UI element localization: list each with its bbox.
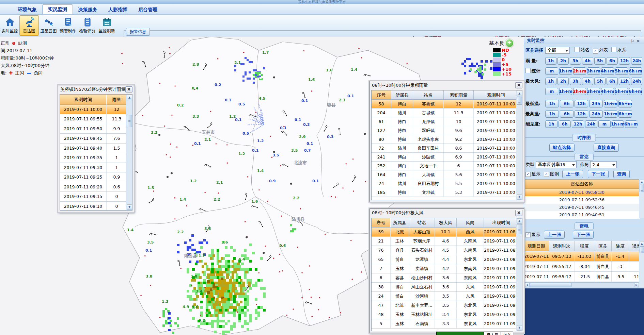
next-image-button[interactable]: 下一张 [573,231,594,239]
radar-image-row[interactable]: 2019-07-11 09:52:36 [524,196,640,204]
table-row[interactable]: 6容县松山沙田村3.6东南风2019-07-11 09:59 [372,273,522,283]
menu-tab-实况监测[interactable]: 实况监测 [42,4,73,14]
table-row[interactable]: 2019-07-11 09:351 [60,153,132,163]
period-button-1h[interactable]: 1h [545,100,559,107]
table-row[interactable]: 5玉林石南镇3.3东北风2019-07-11 09:59 [372,319,522,329]
table-row[interactable]: 2019-07-11 09:301 [60,163,132,173]
scroll-up-icon[interactable]: ▲ [127,95,132,100]
period-button-5h[interactable]: 5h [594,57,606,65]
rain-table-popup[interactable]: 08时~10时00分钟累积雨量 🗙 序号所属县站名累积雨量观测时间58博白英桥镇… [370,81,524,202]
period-button-4h[interactable]: 4h [582,57,593,65]
period-button-24h[interactable]: 24h [631,78,642,85]
table-row[interactable]: 2019-07-11 09:150 [60,192,132,202]
table-row[interactable]: 2019-07-11 09:457.6 [60,134,132,144]
scroll-thumb[interactable] [640,246,644,253]
tool-雷达图[interactable]: 雷达图 [19,15,39,36]
period-button-5h+m[interactable]: 5h+m [615,88,628,95]
column-header[interactable]: 观测时次 [549,241,575,251]
table-row[interactable]: 58博白英桥镇122019-07-11 10:00 [372,100,522,108]
pin-icon[interactable]: ⚐ [631,39,637,44]
alarm-info-button[interactable]: 报警信息 [126,28,150,36]
tab-lightning[interactable]: 雷电 [575,222,594,230]
table-row[interactable]: 72陆川良田车田村8.62019-07-11 10:00 [372,144,522,153]
scroll-thumb[interactable] [530,283,571,287]
table-row[interactable]: 2019-07-1109:57:13-11.03博白县-1.4 [524,251,644,262]
prev-image-button[interactable]: 上一张 [544,231,565,239]
period-button-12h[interactable]: 12h [575,100,588,107]
period-button-24h[interactable]: 24h [589,110,603,118]
period-button-12h[interactable]: 12h [619,57,630,65]
period-button-2h+m[interactable]: 2h+m [573,67,586,75]
table-row[interactable]: 252博白文地一中62019-07-11 10:00 [372,162,522,170]
tool-预警制作[interactable]: 预警制作 [58,15,78,36]
radar-image-row[interactable]: 2019-07-11 09:58:30 [524,189,640,196]
period-button-12h[interactable]: 12h [619,78,630,85]
period-button-3h+m[interactable]: 3h+m [587,67,600,75]
radar-image-row[interactable]: 2019-07-11 09:46:45 [524,204,640,211]
scroll-right-icon[interactable]: ▶ [634,283,639,287]
period-button-6h+m[interactable]: 6h+m [618,110,632,118]
show-checkbox[interactable] [525,232,531,237]
collapse-icon[interactable]: ✕ [637,39,642,44]
zoom-plus-button[interactable]: + [505,39,514,48]
column-header[interactable]: 累积雨量 [444,90,474,100]
scroll-thumb[interactable] [517,224,522,234]
column-header[interactable]: 陡度 [612,241,629,251]
period-button-1h+m[interactable]: 1h+m [612,120,624,128]
table-row[interactable]: 61博白龙潭镇102019-07-11 10:00 [372,117,522,126]
period-button-2h[interactable]: 2h [557,57,569,65]
table-row[interactable]: 2019-07-1109:55:17-21.5博白县-9.511 [524,272,644,282]
table-row[interactable]: 21玉林苏烟水库4.6东南风2019-07-11 09:49 [372,237,522,246]
column-header[interactable]: 极大风 [435,218,457,228]
table-row[interactable]: 164博白大垌镇5.62019-07-11 10:00 [372,170,522,179]
tool-卫星云图[interactable]: 卫星云图 [39,15,58,36]
scroll-up-icon[interactable]: ▲ [517,218,522,224]
table-row[interactable]: 2019-07-11 09:100 [60,202,132,211]
period-button-3h+m[interactable]: 3h+m [587,88,600,95]
period-button-1h+m[interactable]: 1h+m [604,110,617,118]
table-row[interactable]: 24陆川良田石垌村5.52019-07-11 10:00 [372,179,522,188]
period-button-1h[interactable]: 1h [545,120,557,128]
column-header[interactable]: 风向 [457,218,484,228]
table-row[interactable]: 59北流大容山顶10.1西风2019-07-11 08:47 [372,228,522,237]
tab-timeseries[interactable]: 时序图 [572,134,596,141]
period-button-2h+m[interactable]: 2h+m [573,88,586,95]
scroll-left-icon[interactable]: ◀ [525,283,530,287]
table-row[interactable]: 38博白凤山立石村3.6东风2019-07-11 09:26 [372,283,522,292]
radar-image-row[interactable]: 2019-07-11 09:40:51 [524,211,640,219]
scroll-up-icon[interactable]: ▲ [640,180,644,185]
table-row[interactable]: 80博白老虎头水库9.22019-07-11 10:00 [372,135,522,144]
column-header[interactable]: 站名 [409,218,435,228]
scroll-thumb[interactable] [640,185,644,192]
column-header[interactable]: 所属县 [391,90,413,100]
column-header[interactable]: 出现时间 [484,218,519,228]
period-button-6h+m[interactable]: 6h+m [629,67,642,75]
menu-tab-人影指挥[interactable]: 人影指挥 [103,5,133,14]
column-header[interactable]: 区县 [594,241,612,251]
period-button-6h+m[interactable]: 6h+m [629,88,642,95]
column-header[interactable]: 观测时间 [60,95,107,105]
column-header[interactable]: 雨量 [107,95,127,105]
period-button-6h+m[interactable]: 6h+m [625,120,637,128]
station-rain-popup[interactable]: 英桥镇(N5702)逐5分钟累计雨量 🗙 观测时间雨量2019-07-11 10… [58,85,134,212]
period-button-3h[interactable]: 3h [570,57,581,65]
scroll-thumb[interactable] [517,97,522,105]
period-button-12h[interactable]: 12h [575,110,588,118]
table-row[interactable]: 47北流新丰大罗...3.5东北风2019-07-11 09:12 [372,301,522,310]
menu-tab-环境气象[interactable]: 环境气象 [12,5,42,14]
period-button-24h[interactable]: 24h [589,100,603,107]
period-button-6h+m[interactable]: 6h+m [618,100,632,107]
period-button-24h[interactable]: 24h [585,120,597,128]
scroll-thumb[interactable] [127,115,132,127]
scroll-down-icon[interactable]: ▼ [127,204,132,210]
legend-checkbox[interactable] [544,172,549,177]
period-button-4h[interactable]: 4h [582,78,593,85]
prev-image-button[interactable]: 上一张 [562,170,583,178]
scrollbar[interactable]: ▲ [639,179,644,218]
checkbox-水系[interactable] [611,47,616,52]
query-button[interactable]: 查询 [613,170,630,178]
table-row[interactable]: 65博白龙潭镇4.4东北风2019-07-11 08:34 [372,255,522,264]
close-icon[interactable]: 🗙 [515,82,522,88]
horizontal-scrollbar[interactable]: ◀ ▶ [524,282,640,287]
period-button-1h+m[interactable]: 1h+m [559,67,572,75]
